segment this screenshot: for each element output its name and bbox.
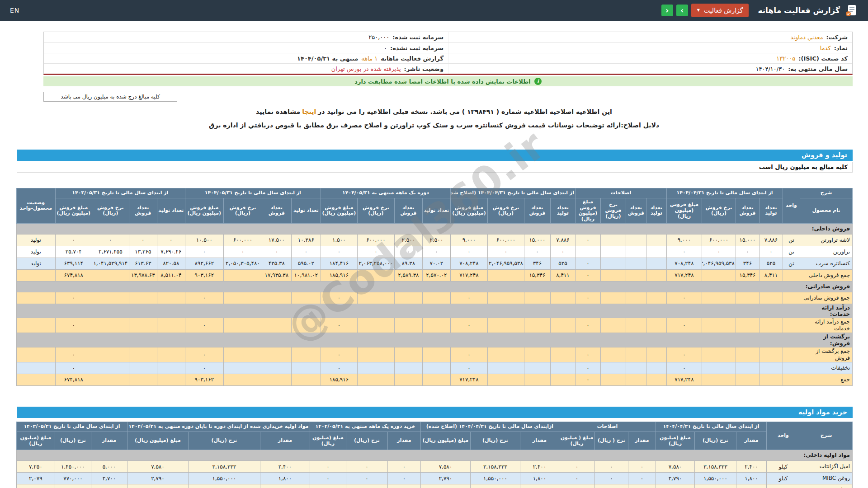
value-cell: ۰ [736, 246, 760, 258]
table-row: روغن MIBCکیلو۱,۸۰۰۱,۵۵۰,۰۰۰۲,۷۹۰۰۰۰۱,۸۰۰… [16, 473, 852, 484]
info-value[interactable]: کدما [820, 45, 831, 52]
value-cell [524, 374, 550, 386]
info-value[interactable]: ۱۳۲۰۰۵ [776, 55, 795, 62]
info-label: کد صنعت (ISIC): [798, 55, 848, 62]
column-header: تعداد فروش [262, 198, 291, 224]
info-label: نماد: [834, 45, 848, 52]
info-value[interactable]: معدني دماوند [791, 34, 823, 41]
value-cell [783, 347, 800, 362]
column-header: از ابتدای سال مالی تا تاریخ ۱۴۰۴/۰۵/۳۱ [185, 188, 321, 198]
value-cell [262, 347, 291, 362]
value-cell: ۹۰۰ [420, 484, 470, 488]
value-cell: ۱,۸۰۰ [520, 473, 559, 484]
value-cell: ۰ [310, 473, 346, 484]
value-cell [600, 258, 626, 269]
info-field: سرمایه ثبت شده:۲۵۰,۰۰۰ [44, 32, 448, 42]
value-cell: ۶۰۰,۰۰۰ [487, 234, 524, 246]
value-cell: ۷۷۰,۰۰۰ [55, 473, 91, 484]
value-cell: تولید [16, 258, 55, 269]
value-cell [550, 292, 575, 304]
info-field: کد صنعت (ISIC):۱۳۲۰۰۵ [448, 53, 852, 63]
value-cell: ۰ [129, 234, 157, 246]
column-header: اصلاحات [575, 188, 666, 198]
section-row: فروش داخلی: [16, 223, 852, 234]
value-cell [487, 269, 524, 281]
value-cell [702, 362, 736, 374]
value-cell: کیلو [767, 484, 800, 488]
previous-version-link[interactable]: اینجا [302, 108, 316, 115]
value-cell [524, 292, 550, 304]
value-cell: ۰ [223, 246, 262, 258]
column-header: از ابتدای سال مالی تا تاریخ ۱۴۰۳/۰۵/۳۱ [55, 188, 185, 198]
language-switch[interactable]: EN [10, 7, 19, 14]
column-header: مبلغ فروش (میلیون ریال) [185, 198, 223, 224]
value-cell: ۲,۵۷۰.۰۲ [422, 269, 450, 281]
value-cell [626, 374, 646, 386]
section-label: مواد اولیه داخلی: [16, 450, 852, 461]
info-field: وضعیت ناشر:پذیرفته شده در بورس تهران [44, 64, 448, 74]
info-suffix: منتهی به ۱۴۰۴/۰۵/۳۱ [297, 55, 358, 62]
info-value[interactable]: ۱ ماهه [361, 55, 377, 62]
value-cell [487, 292, 524, 304]
value-cell [92, 362, 129, 374]
amounts-unit-row: کلیه مبالغ به میلیون ریال است [17, 162, 853, 173]
value-cell: ۰ [575, 318, 600, 333]
value-cell: ۷,۵۸۰ [420, 461, 470, 473]
value-cell [524, 362, 550, 374]
row-label-cell: روغن MIBC [800, 473, 853, 484]
value-cell [223, 362, 262, 374]
value-cell: ۵۹۵.۰۲ [291, 258, 321, 269]
value-cell: ۴۵۰,۰۰۰ [470, 484, 520, 488]
value-cell: ۹۰۳,۱۶۲ [185, 269, 223, 281]
value-cell: ۰ [628, 484, 656, 488]
next-report-button[interactable]: › [676, 5, 688, 16]
section-label: فروش صادراتی: [16, 281, 852, 292]
prev-report-button[interactable]: ‹ [661, 5, 673, 16]
column-header: مقدار [628, 432, 656, 450]
value-cell: ۰ [450, 362, 487, 374]
value-cell: ۰ [387, 461, 420, 473]
value-cell [736, 347, 760, 362]
value-cell [394, 374, 422, 386]
column-header: مقدار [387, 432, 420, 450]
value-cell: ۰ [487, 246, 524, 258]
value-cell: ۷,۸۸۶ [760, 234, 783, 246]
column-header: تعداد فروش [626, 198, 646, 224]
value-cell: ۱۸۵,۹۱۶ [321, 374, 357, 386]
value-cell: ۰ [559, 461, 594, 473]
value-cell: ۳۴۶ [524, 258, 550, 269]
value-cell [600, 362, 626, 374]
value-cell: ۱۵,۳۴۶ [736, 269, 760, 281]
signature-match-banner: i اطلاعات نمایش داده شده با اطلاعات امضا… [43, 76, 853, 86]
value-cell: ۰ [157, 234, 185, 246]
row-label-cell: جمع برگشت از فروش [800, 347, 853, 362]
value-cell [600, 246, 626, 258]
value-cell: ۳۴۶ [736, 258, 760, 269]
value-cell: ۱۸۴,۴۱۶ [321, 258, 357, 269]
materials-table: شرحواحداز ابتدای سال مالی تا تاریخ ۱۴۰۴/… [16, 422, 853, 488]
value-cell: ۶۱۳.۶۳ [129, 258, 157, 269]
value-cell: ۲۴۴,۷۸۶ [55, 484, 91, 488]
value-cell: ۳,۱۵۸,۳۳۳ [470, 461, 520, 473]
value-cell [16, 269, 55, 281]
value-cell [626, 292, 646, 304]
value-cell [422, 374, 450, 386]
value-cell: ۷,۵۸۰ [127, 461, 188, 473]
value-cell [550, 318, 575, 333]
value-cell [646, 246, 666, 258]
value-cell: ۷,۶۹۰.۴۶ [157, 246, 185, 258]
value-cell: ۷۰۸,۲۴۸ [666, 258, 702, 269]
value-cell: ۱,۵۵۰,۰۰۰ [470, 473, 520, 484]
report-type-dropdown[interactable]: گزارش فعالیت ▼ [691, 4, 749, 17]
column-header: مبلغ (میلیون ریال) [16, 432, 55, 450]
value-cell: ۰ [291, 246, 321, 258]
column-header: شرح [800, 422, 853, 450]
value-cell: ۰ [666, 318, 702, 333]
value-cell [600, 234, 626, 246]
value-cell: ۷۱۷,۲۴۸ [666, 269, 702, 281]
app-title-group: گزارش فعالیت ماهانه [758, 4, 858, 17]
value-cell: ۷۰۸,۲۴۸ [450, 258, 487, 269]
section-row: درآمد ارائه خدمات: [16, 304, 852, 318]
value-cell: ۳,۴۲۷ [16, 484, 55, 488]
value-cell: ۰ [321, 347, 357, 362]
